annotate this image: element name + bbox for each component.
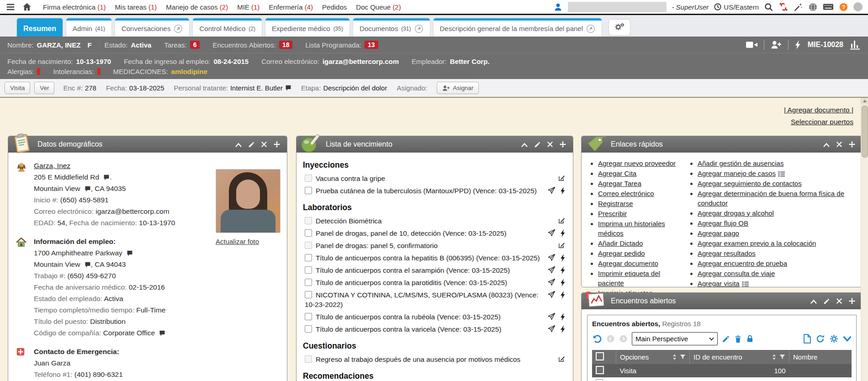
external-link-icon[interactable]	[586, 24, 595, 33]
due-item-checkbox[interactable]	[305, 325, 312, 333]
delete-icon[interactable]	[734, 334, 742, 343]
table-row[interactable]	[592, 377, 852, 381]
broken-link-icon[interactable]	[778, 2, 789, 12]
scrollbar-up-arrow[interactable]	[861, 98, 868, 105]
video-camera-icon[interactable]	[746, 41, 757, 49]
due-item-checkbox[interactable]	[305, 175, 312, 182]
wand-icon[interactable]	[794, 2, 803, 12]
globe-icon[interactable]	[808, 2, 818, 12]
comment-bubble-icon[interactable]	[159, 330, 165, 336]
chart-icon[interactable]	[850, 40, 861, 50]
close-icon[interactable]	[836, 298, 842, 304]
due-item-checkbox[interactable]	[305, 217, 312, 224]
timezone[interactable]: US/Eastern	[714, 3, 759, 11]
perspective-select[interactable]: Main Perspective	[632, 332, 718, 345]
grid-icon[interactable]	[778, 171, 785, 177]
lightning-icon[interactable]	[561, 313, 566, 321]
intolerances[interactable]: Intolerancias:	[53, 68, 100, 75]
chevron-down-icon[interactable]	[843, 336, 852, 342]
move-icon[interactable]	[848, 141, 856, 148]
tab-control-medico[interactable]: Control Médico(2)	[193, 18, 262, 37]
search-icon[interactable]	[764, 2, 773, 12]
close-icon[interactable]	[261, 141, 267, 148]
edit-icon[interactable]	[248, 141, 255, 148]
edit-icon[interactable]	[823, 298, 830, 305]
comment-bubble-icon[interactable]	[85, 262, 91, 268]
patient-scheduled-list[interactable]: Lista Programada:13	[305, 41, 378, 49]
menu-mie[interactable]: MIE (1)	[237, 3, 259, 11]
patient-tasks[interactable]: Tareas:6	[164, 41, 200, 49]
menu-mis-tareas[interactable]: Mis tareas (1)	[115, 3, 157, 11]
comment-bubble-icon[interactable]	[103, 175, 110, 180]
table-row[interactable]: Visita 100	[592, 364, 852, 377]
page-scrollbar[interactable]	[861, 98, 868, 381]
collapse-icon[interactable]	[810, 298, 817, 304]
external-link-icon[interactable]	[174, 24, 183, 33]
lightning-icon[interactable]	[561, 291, 566, 299]
lightning-icon[interactable]	[795, 40, 801, 49]
sort-icon[interactable]	[772, 354, 777, 360]
menu-pedidos[interactable]: Pedidos	[322, 3, 347, 11]
send-icon[interactable]	[547, 254, 556, 262]
medications[interactable]: MEDICACIONES:amlodipine	[113, 68, 207, 75]
lightning-icon[interactable]	[561, 279, 566, 286]
collapse-icon[interactable]	[235, 142, 242, 148]
patient-search-input[interactable]	[568, 2, 667, 12]
comment-bubble-icon[interactable]	[285, 85, 291, 91]
ver-button[interactable]: Ver	[34, 82, 54, 94]
due-item-checkbox[interactable]	[305, 355, 312, 363]
due-item-checkbox[interactable]	[305, 242, 312, 249]
tab-expediente-medico[interactable]: Expediente médico(35)	[265, 18, 349, 37]
row-checkbox[interactable]	[596, 379, 603, 381]
send-icon[interactable]	[547, 229, 556, 237]
gear-icon[interactable]	[829, 334, 839, 344]
lightning-icon[interactable]	[561, 187, 566, 195]
tab-resumen[interactable]: Resumen	[17, 18, 63, 37]
close-icon[interactable]	[836, 141, 842, 148]
filter-icon[interactable]	[779, 354, 785, 360]
edit-perspective-icon[interactable]	[722, 335, 730, 343]
new-document-icon[interactable]	[803, 334, 811, 344]
menu-enfermeria[interactable]: Enfermería (4)	[269, 3, 313, 11]
due-item-checkbox[interactable]	[305, 229, 312, 237]
collapse-icon[interactable]	[521, 142, 528, 148]
filter-icon[interactable]	[680, 354, 686, 360]
send-icon[interactable]	[547, 186, 556, 195]
send-icon[interactable]	[547, 278, 556, 286]
panel-demographics-header[interactable]: Datos demográficos	[8, 136, 287, 153]
panel-open-encounters-header[interactable]: Encuentros abiertos	[582, 293, 862, 309]
undo-icon[interactable]	[592, 334, 602, 344]
collapse-icon[interactable]	[823, 142, 830, 148]
menu-doc-queue[interactable]: Doc Queue (2)	[356, 3, 401, 11]
edit-note-icon[interactable]	[558, 217, 566, 224]
lightning-icon[interactable]	[561, 254, 566, 262]
comment-bubble-icon[interactable]	[85, 186, 91, 192]
external-link-icon[interactable]	[414, 24, 423, 33]
tab-conversaciones[interactable]: Conversaciones	[115, 18, 190, 37]
due-item-checkbox[interactable]	[305, 313, 312, 320]
asignar-button[interactable]: Asignar	[437, 82, 479, 94]
grid-icon[interactable]	[742, 281, 749, 287]
allergies[interactable]: Alergias:	[7, 68, 40, 75]
row-checkbox[interactable]	[596, 366, 604, 374]
send-icon[interactable]	[547, 266, 556, 274]
seleccionar-puertos-link[interactable]: Seleccionar puertos	[791, 118, 853, 126]
due-item-checkbox[interactable]	[305, 266, 312, 274]
tab-settings-button[interactable]	[609, 20, 630, 35]
patient-name-link[interactable]: Garza, Inez	[34, 162, 70, 169]
edit-note-icon[interactable]	[558, 355, 566, 363]
avatar[interactable]	[853, 2, 863, 11]
agregar-documento-link[interactable]: | Agregar documento |	[784, 106, 853, 114]
panel-quick-links-header[interactable]: Enlaces rápidos	[582, 136, 862, 153]
edit-note-icon[interactable]	[558, 241, 566, 249]
comment-bubble-icon[interactable]	[127, 250, 133, 256]
move-icon[interactable]	[848, 297, 856, 305]
select-all-checkbox[interactable]	[596, 352, 604, 360]
lightning-icon[interactable]	[561, 266, 566, 274]
prev-page-icon[interactable]	[606, 334, 615, 343]
lock-icon[interactable]	[746, 334, 754, 343]
tab-documentos[interactable]: Documentos(31)	[353, 18, 430, 37]
panel-due-list-header[interactable]: Lista de vencimiento	[296, 136, 573, 153]
tab-membresia-panel[interactable]: Descripción general de la membresía del …	[434, 18, 602, 37]
lightning-icon[interactable]	[561, 325, 566, 333]
